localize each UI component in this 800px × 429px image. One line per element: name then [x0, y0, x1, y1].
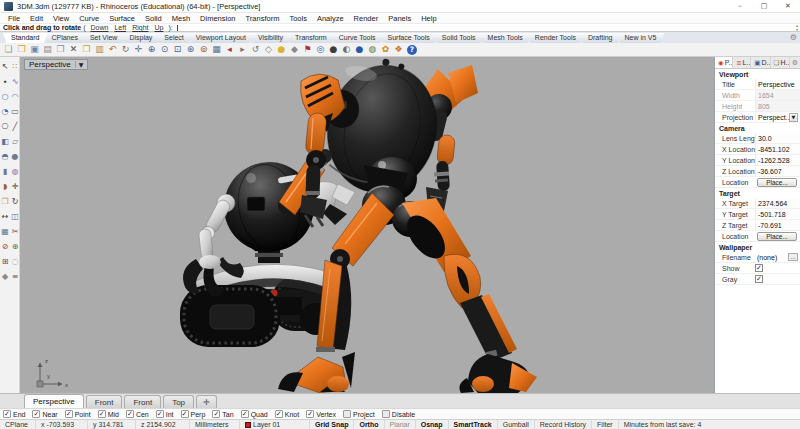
- menu-solid[interactable]: Solid: [140, 14, 167, 23]
- osnap-mid[interactable]: ✓ Mid: [98, 410, 119, 418]
- split-tool-icon[interactable]: ⊘: [2, 242, 9, 252]
- title-value-field[interactable]: Perspective: [755, 79, 800, 89]
- osnap-checkbox[interactable]: ✓: [181, 410, 189, 418]
- open-file-icon[interactable]: ❒: [15, 43, 28, 56]
- sphere-tool-icon[interactable]: ●: [12, 152, 19, 162]
- x-target-field[interactable]: 2374.564: [755, 198, 800, 208]
- close-button[interactable]: ✕: [776, 0, 800, 12]
- boolean-tool-icon[interactable]: ◍: [12, 167, 19, 177]
- extrude-tool-icon[interactable]: ◓: [2, 152, 9, 162]
- options-icon[interactable]: ✿: [379, 43, 392, 56]
- status-grid-snap[interactable]: Grid Snap: [310, 420, 354, 429]
- link-blocks-icon[interactable]: ❖: [392, 43, 405, 56]
- tab-curve-tools[interactable]: Curve Tools: [331, 33, 384, 43]
- x-location-field[interactable]: -8451.102: [755, 144, 800, 154]
- join-tool-icon[interactable]: ⊕: [12, 242, 19, 252]
- render-icon[interactable]: ◎: [314, 43, 327, 56]
- paste-icon[interactable]: ▥: [93, 43, 106, 56]
- status-record-history[interactable]: Record History: [535, 420, 592, 429]
- panel-tab-properties[interactable]: ◉ P...: [715, 57, 733, 68]
- menu-transform[interactable]: Transform: [241, 14, 285, 23]
- rotate-tool-icon[interactable]: ↻: [12, 197, 19, 207]
- rectangle-tool-icon[interactable]: ▭: [11, 107, 19, 117]
- osnap-near[interactable]: ✓ Near: [32, 410, 57, 418]
- rendered-display-icon[interactable]: ●: [353, 43, 366, 56]
- tab-standard[interactable]: Standard: [3, 33, 47, 43]
- status-planar[interactable]: Planar: [385, 420, 416, 429]
- cylinder-tool-icon[interactable]: ▮: [3, 167, 7, 177]
- tab-mesh-tools[interactable]: Mesh Tools: [480, 33, 531, 43]
- ellipse-tool-icon[interactable]: ◔: [2, 107, 9, 117]
- select-tool-icon[interactable]: ↖: [2, 62, 9, 72]
- status-cplane[interactable]: CPlane: [0, 420, 36, 429]
- undo-icon[interactable]: ↶: [106, 43, 119, 56]
- properties-tool-icon[interactable]: ≡: [12, 272, 19, 282]
- plane-tool-icon[interactable]: ▱: [12, 137, 18, 147]
- menu-curve[interactable]: Curve: [74, 14, 104, 23]
- y-target-field[interactable]: -501.718: [755, 209, 800, 219]
- lamp-visibility-icon[interactable]: ●: [275, 43, 288, 56]
- command-option-right[interactable]: Right: [132, 24, 148, 31]
- tab-surface-tools[interactable]: Surface Tools: [380, 33, 438, 43]
- save-icon[interactable]: ▣: [28, 43, 41, 56]
- filename-browse-button[interactable]: ...: [788, 253, 798, 261]
- status-ortho[interactable]: Ortho: [354, 420, 384, 429]
- move-tool-icon[interactable]: ✛: [12, 182, 19, 192]
- status-gumball[interactable]: Gumball: [498, 420, 535, 429]
- xray-display-icon[interactable]: ◍: [366, 43, 379, 56]
- osnap-checkbox[interactable]: ✓: [241, 410, 249, 418]
- viewport-dropdown-icon[interactable]: ▼: [75, 61, 84, 68]
- tab-display[interactable]: Display: [121, 33, 160, 43]
- osnap-quad[interactable]: ✓ Quad: [241, 410, 268, 418]
- ghosted-display-icon[interactable]: ◐: [340, 43, 353, 56]
- y-location-field[interactable]: -1262.528: [755, 155, 800, 165]
- show-checkbox[interactable]: ✓: [755, 264, 763, 272]
- menu-mesh[interactable]: Mesh: [167, 14, 195, 23]
- minimize-button[interactable]: –: [728, 0, 752, 12]
- status-units[interactable]: Millimeters: [190, 420, 240, 429]
- panel-tab-display[interactable]: ▣ D...: [751, 57, 770, 68]
- osnap-checkbox[interactable]: ✓: [156, 410, 164, 418]
- undo-view-icon[interactable]: ◂: [223, 43, 236, 56]
- tab-new-in-v5[interactable]: New in V5: [616, 33, 664, 43]
- viewport-tab-top[interactable]: Top: [163, 395, 194, 408]
- new-file-icon[interactable]: ❏: [2, 43, 15, 56]
- tab-visibility[interactable]: Visibility: [250, 33, 291, 43]
- menu-view[interactable]: View: [48, 14, 74, 23]
- tab-set-view[interactable]: Set View: [82, 33, 126, 43]
- osnap-end[interactable]: ✓ End: [3, 410, 25, 418]
- command-history-spinner[interactable]: ▴▾: [796, 24, 798, 31]
- camera-place-button[interactable]: Place...: [757, 178, 797, 187]
- status-smarttrack[interactable]: SmartTrack: [449, 420, 498, 429]
- fillet-tool-icon[interactable]: ◗: [3, 182, 7, 192]
- osnap-checkbox[interactable]: ✓: [126, 410, 134, 418]
- projection-dropdown-icon[interactable]: ▼: [789, 113, 798, 122]
- shaded-display-icon[interactable]: ●: [327, 43, 340, 56]
- osnap-checkbox[interactable]: ✓: [3, 410, 11, 418]
- zoom-window-icon[interactable]: ⊡: [171, 43, 184, 56]
- tab-select[interactable]: Select: [156, 33, 191, 43]
- osnap-checkbox[interactable]: ✓: [306, 410, 314, 418]
- redo-view-icon[interactable]: ▸: [236, 43, 249, 56]
- tab-render-tools[interactable]: Render Tools: [527, 33, 584, 43]
- command-option-down[interactable]: Down: [91, 24, 109, 31]
- zoom-extents-icon[interactable]: ⊛: [184, 43, 197, 56]
- tab-solid-tools[interactable]: Solid Tools: [434, 33, 484, 43]
- lock-tool-icon[interactable]: ◆: [2, 272, 8, 282]
- command-option-up[interactable]: Up: [154, 24, 163, 31]
- osnap-project[interactable]: Project: [343, 410, 375, 418]
- menu-render[interactable]: Render: [349, 14, 384, 23]
- menu-panels[interactable]: Panels: [383, 14, 416, 23]
- menu-analyze[interactable]: Analyze: [312, 14, 349, 23]
- menu-file[interactable]: File: [3, 14, 25, 23]
- viewport-tab-perspective[interactable]: Perspective: [24, 394, 84, 408]
- target-place-button[interactable]: Place...: [757, 232, 797, 241]
- osnap-checkbox[interactable]: ✓: [275, 410, 283, 418]
- osnap-tan[interactable]: ✓ Tan: [212, 410, 233, 418]
- menu-dimension[interactable]: Dimension: [195, 14, 240, 23]
- tab-drafting[interactable]: Drafting: [580, 33, 621, 43]
- orbit-view-icon[interactable]: ↻: [119, 43, 132, 56]
- delete-icon[interactable]: ✕: [67, 43, 80, 56]
- osnap-cen[interactable]: ✓ Cen: [126, 410, 149, 418]
- projection-select[interactable]: Perspect...: [755, 112, 789, 122]
